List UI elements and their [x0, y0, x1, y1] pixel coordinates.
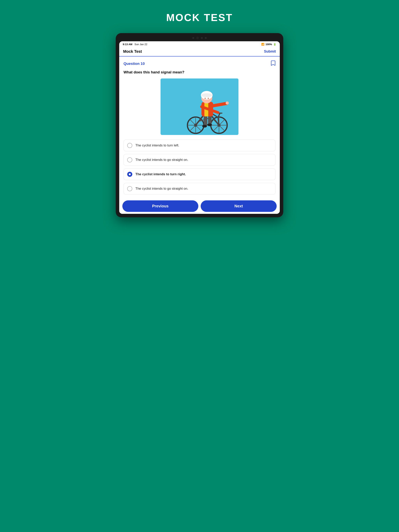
camera-dot-1 — [192, 37, 194, 39]
bookmark-icon[interactable] — [271, 60, 276, 67]
question-label: Question 10 — [123, 62, 145, 66]
submit-button[interactable]: Submit — [264, 50, 276, 56]
option-item-3[interactable]: The cyclist intends to turn right. — [123, 168, 276, 180]
svg-point-37 — [201, 93, 212, 97]
svg-point-40 — [225, 101, 229, 105]
tablet-camera-bar — [119, 37, 280, 39]
battery-icon: 🔋 — [273, 43, 276, 46]
camera-dot-main — [196, 37, 199, 39]
next-button[interactable]: Next — [201, 200, 277, 212]
svg-point-39 — [208, 98, 209, 99]
tablet-frame: 9:13 AM Sun Jan 22 📶 100% 🔋 Mock Test Su… — [116, 33, 283, 217]
option-text-2: The cyclist intends to go straight on. — [135, 158, 188, 162]
radio-inner-3 — [129, 173, 131, 175]
status-right: 📶 100% 🔋 — [261, 43, 276, 46]
option-item-1[interactable]: The cyclist intends to turn left. — [123, 140, 276, 151]
status-bar: 9:13 AM Sun Jan 22 📶 100% 🔋 — [119, 41, 280, 47]
option-item-2[interactable]: The cyclist intends to go straight on. — [123, 154, 276, 166]
svg-point-29 — [202, 125, 207, 127]
options-list: The cyclist intends to turn left. The cy… — [123, 140, 276, 198]
option-text-3: The cyclist intends to turn right. — [135, 172, 186, 176]
radio-button-3[interactable] — [127, 172, 132, 177]
radio-button-1[interactable] — [127, 143, 132, 148]
option-text-4: The cyclist intends to go straight on. — [135, 187, 188, 191]
svg-point-38 — [205, 98, 206, 99]
battery-pct: 100% — [265, 43, 272, 46]
content-area: Question 10 What does this hand signal m… — [119, 57, 280, 198]
app-header-title: Mock Test — [123, 49, 142, 56]
svg-point-30 — [207, 123, 212, 126]
question-image — [161, 78, 238, 135]
bottom-nav: Previous Next — [119, 198, 280, 214]
option-item-4[interactable]: The cyclist intends to go straight on. — [123, 183, 276, 195]
option-text-1: The cyclist intends to turn left. — [135, 144, 179, 147]
previous-button[interactable]: Previous — [122, 200, 198, 212]
page-background-title: MOCK TEST — [166, 12, 233, 23]
app-header: Mock Test Submit — [119, 47, 280, 57]
status-time: 9:13 AM — [123, 43, 132, 46]
radio-button-2[interactable] — [127, 157, 132, 162]
svg-rect-27 — [204, 115, 207, 126]
status-time-date: 9:13 AM Sun Jan 22 — [123, 43, 147, 46]
radio-button-4[interactable] — [127, 186, 132, 191]
camera-dot-2 — [201, 37, 203, 39]
camera-dot-3 — [205, 37, 207, 39]
question-header: Question 10 — [123, 60, 276, 67]
wifi-icon: 📶 — [261, 43, 264, 46]
tablet-screen: 9:13 AM Sun Jan 22 📶 100% 🔋 Mock Test Su… — [119, 41, 280, 214]
status-date: Sun Jan 22 — [135, 43, 147, 46]
question-text: What does this hand signal mean? — [123, 70, 276, 75]
